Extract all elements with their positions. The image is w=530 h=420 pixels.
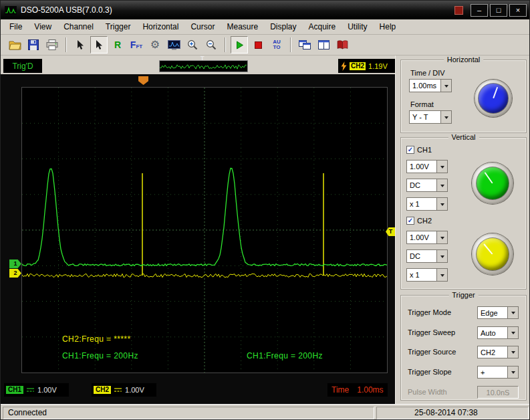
ch1-checkbox-label: CH1 bbox=[417, 146, 432, 154]
cursor-tool-button[interactable] bbox=[72, 36, 89, 54]
ch1-frequency-readout: CH1:Frequ = 200Hz bbox=[62, 351, 138, 360]
pulse-width-field: 10.0nS bbox=[477, 386, 519, 399]
help-button[interactable] bbox=[334, 36, 351, 54]
cascade-windows-icon bbox=[299, 40, 311, 50]
menu-trigger[interactable]: Trigger bbox=[100, 20, 137, 33]
format-select[interactable]: Y - T bbox=[409, 110, 452, 124]
scope-region: CH2:Frequ = ***** CH1:Frequ = 200Hz CH1:… bbox=[1, 74, 395, 404]
tile-windows-icon bbox=[318, 40, 329, 49]
minimize-button[interactable]: – bbox=[471, 4, 488, 17]
menu-measure[interactable]: Measure bbox=[221, 20, 264, 33]
cascade-windows-button[interactable] bbox=[296, 36, 313, 54]
dc-coupling-icon bbox=[114, 387, 122, 393]
fft-icon: FFT bbox=[130, 40, 142, 49]
refresh-button[interactable]: R bbox=[109, 36, 126, 54]
trigger-group-title: Trigger bbox=[448, 291, 478, 299]
gear-icon: ⚙ bbox=[150, 39, 160, 50]
open-button[interactable] bbox=[6, 36, 23, 54]
trigger-slope-label: Trigger Slope bbox=[408, 368, 452, 376]
knob-pointer bbox=[485, 172, 493, 184]
ch2-ground-marker[interactable]: 2 bbox=[9, 269, 21, 278]
zoom-out-button[interactable] bbox=[203, 36, 220, 54]
dropdown-arrow-icon bbox=[436, 198, 447, 210]
dropdown-arrow-icon bbox=[507, 307, 518, 318]
dropdown-arrow-icon bbox=[507, 366, 518, 378]
dropdown-arrow-icon bbox=[440, 80, 451, 92]
menu-help[interactable]: Help bbox=[374, 20, 402, 33]
dc-coupling-icon bbox=[26, 387, 35, 393]
ch1-enable-checkbox[interactable]: ✓ CH1 bbox=[406, 146, 432, 154]
stop-acquisition-button[interactable] bbox=[249, 36, 267, 54]
trigger-slope-select[interactable]: + bbox=[477, 366, 519, 379]
ch1-probe-select[interactable]: x 1 bbox=[406, 197, 448, 211]
ch2-coupling-select[interactable]: DC bbox=[406, 249, 448, 263]
knob-pointer bbox=[493, 86, 498, 98]
trigger-group: Trigger Trigger Mode Edge Trigger Sweep … bbox=[400, 295, 527, 401]
zoom-in-button[interactable] bbox=[184, 36, 201, 54]
ch1-position-knob[interactable] bbox=[472, 163, 513, 204]
horizontal-group: Horizontal Time / DIV 1.00ms Format Y - … bbox=[400, 60, 527, 133]
settings-button[interactable]: ⚙ bbox=[146, 36, 164, 54]
start-acquisition-button[interactable] bbox=[231, 36, 248, 54]
timebase-status-box: Time 1.00ms bbox=[327, 383, 388, 397]
autoset-button[interactable]: AUTO bbox=[268, 36, 285, 54]
ch1-volts-per-div: 1.00V bbox=[37, 386, 57, 394]
menu-cursor[interactable]: Cursor bbox=[184, 20, 221, 33]
trigger-sweep-label: Trigger Sweep bbox=[408, 328, 455, 336]
zoom-in-icon bbox=[187, 39, 198, 50]
menu-acquire[interactable]: Acquire bbox=[303, 20, 342, 33]
trigger-sweep-select[interactable]: Auto bbox=[477, 326, 519, 339]
trigger-source-select[interactable]: CH2 bbox=[477, 346, 519, 358]
trigger-mode-select[interactable]: Edge bbox=[477, 306, 519, 319]
trigger-mode-label: Trigger Mode bbox=[408, 308, 451, 316]
record-indicator bbox=[454, 6, 463, 15]
ch2-volts-select[interactable]: 1.00V bbox=[406, 231, 448, 244]
dropdown-arrow-icon bbox=[436, 250, 447, 262]
ch1-status-box[interactable]: CH1 1.00V bbox=[4, 383, 69, 397]
close-button[interactable]: × bbox=[509, 4, 527, 17]
maximize-button[interactable]: □ bbox=[490, 4, 507, 17]
time-div-label: Time / DIV bbox=[410, 69, 445, 77]
ch1-coupling-select[interactable]: DC bbox=[406, 179, 448, 192]
ch1-ground-marker[interactable]: 1 bbox=[9, 259, 21, 268]
check-icon: ✓ bbox=[408, 146, 413, 153]
ch2-status-box[interactable]: CH2 1.00V bbox=[92, 383, 156, 397]
waveform-preview[interactable] bbox=[159, 60, 248, 72]
dropdown-arrow-icon bbox=[436, 179, 447, 191]
statusbar: Connected 25-08-2014 07:38 bbox=[1, 404, 530, 420]
select-tool-button[interactable] bbox=[90, 36, 108, 54]
checkbox-box: ✓ bbox=[406, 217, 414, 225]
dropdown-arrow-icon bbox=[436, 269, 447, 281]
trigger-info-box: CH2 1.19V bbox=[338, 59, 395, 73]
menu-channel[interactable]: Channel bbox=[57, 20, 100, 33]
waveform-display-button[interactable] bbox=[165, 36, 182, 54]
menu-view[interactable]: View bbox=[28, 20, 57, 33]
titlebar[interactable]: DSO-5200A USB(7.0.0.3) – □ × bbox=[1, 1, 530, 19]
ch1-volts-select[interactable]: 1.00V bbox=[406, 160, 448, 173]
print-button[interactable] bbox=[43, 36, 61, 54]
help-book-icon bbox=[337, 40, 348, 49]
time-label: Time bbox=[332, 385, 349, 395]
ch2-probe-select[interactable]: x 1 bbox=[406, 268, 448, 282]
save-button[interactable] bbox=[25, 36, 42, 54]
check-icon: ✓ bbox=[408, 217, 413, 224]
datetime-status: 25-08-2014 07:38 bbox=[376, 407, 529, 419]
menu-display[interactable]: Display bbox=[264, 20, 302, 33]
vertical-group-title: Vertical bbox=[448, 133, 479, 141]
ch2-position-knob[interactable] bbox=[472, 233, 513, 275]
menu-horizontal[interactable]: Horizontal bbox=[136, 20, 184, 33]
dropdown-arrow-icon bbox=[507, 327, 518, 338]
fft-button[interactable]: FFT bbox=[128, 36, 145, 54]
scope-waveforms bbox=[22, 88, 387, 373]
ch2-enable-checkbox[interactable]: ✓ CH2 bbox=[406, 217, 432, 225]
horizontal-position-knob[interactable] bbox=[475, 80, 512, 117]
menu-utility[interactable]: Utility bbox=[342, 20, 373, 33]
r-letter-icon: R bbox=[114, 39, 121, 50]
tile-windows-button[interactable] bbox=[315, 36, 332, 54]
toolbar: R FFT ⚙ AUTO bbox=[1, 35, 530, 56]
scope-display: CH2:Frequ = ***** CH1:Frequ = 200Hz CH1:… bbox=[21, 87, 388, 373]
trigger-position-marker[interactable] bbox=[138, 76, 148, 85]
menu-file[interactable]: File bbox=[3, 20, 28, 33]
time-div-select[interactable]: 1.00ms bbox=[409, 79, 452, 92]
cursor-arrow-icon bbox=[76, 40, 84, 50]
